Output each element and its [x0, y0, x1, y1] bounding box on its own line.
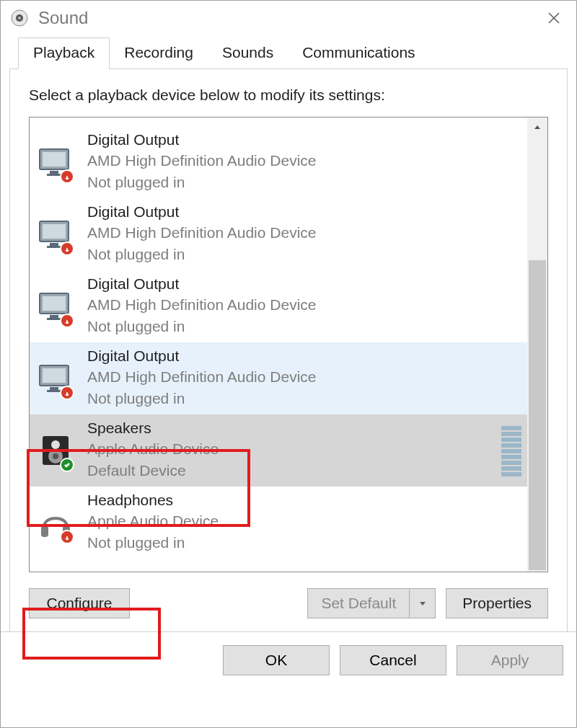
svg-rect-6 — [47, 174, 61, 176]
device-list[interactable]: Digital Output AMD High Definition Audio… — [30, 117, 527, 572]
list-item[interactable]: Digital Output AMD High Definition Audio… — [30, 342, 527, 414]
device-status: Not plugged in — [87, 172, 316, 192]
playback-panel: Select a playback device below to modify… — [9, 68, 568, 631]
device-name: Digital Output — [87, 201, 316, 222]
unplugged-badge-icon — [60, 314, 74, 328]
device-desc: AMD High Definition Audio Device — [87, 150, 316, 171]
ok-button[interactable]: OK — [223, 645, 330, 675]
device-desc: AMD High Definition Audio Device — [87, 294, 316, 315]
device-name: Digital Output — [87, 273, 316, 294]
device-desc: Apple Audio Device — [87, 510, 219, 531]
device-text: Digital Output AMD High Definition Audio… — [87, 201, 316, 265]
list-item[interactable]: Speakers Apple Audio Device Default Devi… — [30, 414, 527, 487]
svg-rect-8 — [43, 224, 66, 239]
list-item[interactable]: Digital Output AMD High Definition Audio… — [30, 270, 527, 342]
monitor-icon — [37, 360, 74, 397]
list-item[interactable]: Headphones Apple Audio Device Not plugge… — [30, 487, 527, 559]
device-status: Not plugged in — [87, 244, 316, 265]
tab-communications[interactable]: Communications — [288, 38, 429, 68]
device-desc: Apple Audio Device — [87, 438, 219, 459]
list-item[interactable]: Digital Output AMD High Definition Audio… — [30, 126, 527, 198]
level-meter — [501, 425, 521, 476]
device-name: Digital Output — [87, 345, 316, 366]
svg-point-22 — [53, 453, 58, 459]
monitor-icon — [37, 216, 74, 253]
panel-heading: Select a playback device below to modify… — [29, 86, 548, 104]
svg-rect-5 — [50, 171, 58, 174]
device-text: Speakers Apple Audio Device Default Devi… — [87, 417, 219, 481]
set-default-dropdown[interactable] — [410, 588, 436, 618]
svg-rect-18 — [47, 390, 61, 392]
titlebar: Sound — [1, 1, 576, 35]
list-item[interactable] — [30, 117, 527, 126]
speaker-icon — [37, 432, 74, 469]
device-status: Not plugged in — [87, 532, 219, 553]
monitor-icon — [37, 288, 74, 325]
properties-button[interactable]: Properties — [446, 588, 548, 618]
svg-point-2 — [18, 17, 21, 19]
tab-area: Playback Recording Sounds Communications… — [1, 35, 576, 631]
window-title: Sound — [38, 8, 537, 28]
device-status: Default Device — [87, 460, 219, 481]
vertical-scrollbar[interactable] — [527, 117, 547, 572]
tab-strip: Playback Recording Sounds Communications — [9, 35, 568, 68]
unplugged-badge-icon — [60, 530, 74, 544]
svg-rect-12 — [43, 296, 66, 311]
headphones-icon — [37, 504, 74, 541]
set-default-split-button[interactable]: Set Default — [307, 588, 436, 618]
svg-point-20 — [51, 440, 60, 449]
scroll-track[interactable] — [527, 138, 547, 551]
device-text: Digital Output AMD High Definition Audio… — [87, 273, 316, 337]
svg-rect-13 — [50, 315, 58, 318]
svg-rect-4 — [43, 152, 66, 167]
device-listbox: Digital Output AMD High Definition Audio… — [29, 117, 548, 572]
device-status: Not plugged in — [87, 316, 316, 337]
sound-app-icon — [11, 9, 28, 27]
device-desc: AMD High Definition Audio Device — [87, 222, 316, 243]
tab-playback[interactable]: Playback — [18, 37, 110, 69]
unplugged-badge-icon — [60, 241, 74, 256]
set-default-button[interactable]: Set Default — [307, 588, 410, 618]
scroll-thumb[interactable] — [529, 260, 546, 570]
list-item[interactable]: Digital Output AMD High Definition Audio… — [30, 198, 527, 270]
default-badge-icon — [60, 458, 74, 472]
tab-recording[interactable]: Recording — [110, 38, 208, 68]
device-name: Speakers — [87, 417, 219, 438]
sound-dialog: Sound Playback Recording Sounds Communic… — [0, 0, 577, 728]
svg-rect-16 — [43, 368, 66, 383]
monitor-icon — [37, 143, 74, 181]
close-button[interactable] — [537, 1, 571, 35]
unplugged-badge-icon — [60, 386, 74, 400]
svg-rect-10 — [47, 246, 61, 248]
svg-rect-9 — [50, 243, 58, 246]
device-text: Headphones Apple Audio Device Not plugge… — [87, 489, 219, 553]
cancel-button[interactable]: Cancel — [340, 645, 446, 675]
device-text: Digital Output AMD High Definition Audio… — [87, 345, 316, 409]
configure-button[interactable]: Configure — [29, 588, 130, 618]
svg-rect-14 — [47, 318, 61, 320]
apply-button[interactable]: Apply — [457, 645, 563, 675]
device-name: Digital Output — [87, 129, 316, 150]
unplugged-badge-icon — [60, 169, 74, 184]
scroll-up-arrow-icon[interactable] — [527, 117, 547, 138]
device-text: Digital Output AMD High Definition Audio… — [87, 129, 316, 192]
svg-rect-23 — [41, 525, 48, 537]
device-desc: AMD High Definition Audio Device — [87, 366, 316, 387]
tab-sounds[interactable]: Sounds — [208, 38, 288, 68]
device-name: Headphones — [87, 489, 219, 510]
device-status: Not plugged in — [87, 388, 316, 409]
svg-rect-17 — [50, 387, 58, 390]
dialog-footer: OK Cancel Apply — [1, 631, 576, 688]
panel-actions: Configure Set Default Properties — [29, 588, 548, 618]
